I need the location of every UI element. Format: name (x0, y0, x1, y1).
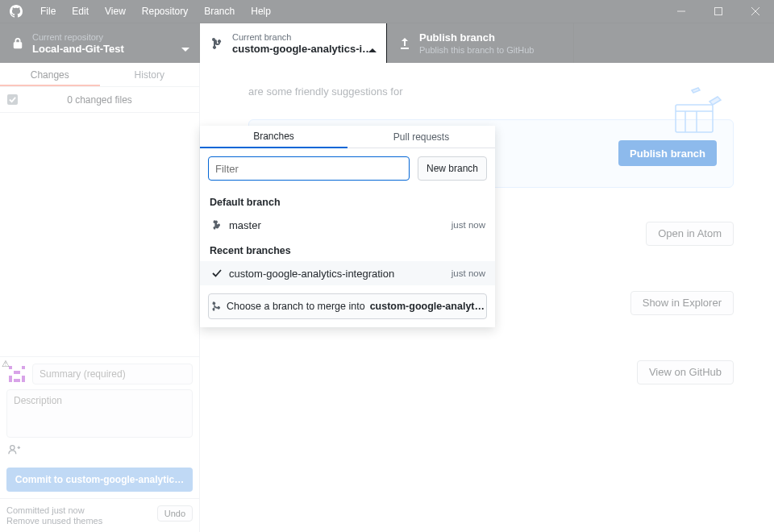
merge-prefix: Choose a branch to merge into (227, 301, 365, 312)
lock-icon (11, 38, 24, 49)
menu-file[interactable]: File (32, 0, 64, 23)
menu-branch[interactable]: Branch (196, 0, 243, 23)
repo-name: Local-and-Git-Test (32, 43, 124, 56)
add-coauthor-icon[interactable] (6, 443, 193, 463)
commit-form: ⚠ Commit to custom-google-analytic… (0, 356, 199, 498)
view-on-github-button[interactable]: View on GitHub (637, 360, 734, 384)
menu-repository[interactable]: Repository (134, 0, 196, 23)
branch-time: just now (452, 220, 485, 230)
warning-icon: ⚠ (2, 359, 10, 369)
chevron-down-icon (181, 41, 189, 56)
branch-selector[interactable]: Current branch custom-google-analytics-i… (200, 23, 387, 63)
window-minimize-button[interactable] (663, 0, 700, 23)
popover-tab-branches[interactable]: Branches (200, 126, 347, 148)
repo-label: Current repository (32, 31, 124, 43)
avatar: ⚠ (6, 364, 27, 384)
recent-branches-label: Recent branches (200, 237, 495, 261)
menu-help[interactable]: Help (243, 0, 279, 23)
tab-history[interactable]: History (100, 63, 200, 86)
changed-files-bar: 0 changed files (0, 87, 199, 113)
git-branch-icon (211, 37, 224, 50)
hint-text: are some friendly suggestions for (248, 84, 734, 100)
menu-edit[interactable]: Edit (64, 0, 97, 23)
empty-state-illustration (669, 79, 742, 147)
merge-target: custom-google-analyt… (370, 301, 485, 312)
changed-files-count: 0 changed files (24, 94, 199, 106)
commit-button[interactable]: Commit to custom-google-analytic… (6, 468, 193, 492)
select-all-checkbox[interactable] (0, 94, 24, 105)
branch-popover: Branches Pull requests New branch Defaul… (200, 126, 495, 327)
repo-selector[interactable]: Current repository Local-and-Git-Test (0, 23, 200, 63)
branch-name: custom-google-analytics-i… (232, 43, 372, 56)
git-branch-icon (210, 219, 224, 231)
open-in-atom-button[interactable]: Open in Atom (646, 222, 734, 246)
svg-rect-14 (676, 105, 713, 132)
sidebar: Changes History 0 changed files ⚠ (0, 63, 200, 532)
check-icon (210, 268, 224, 278)
publish-title: Publish branch (419, 31, 534, 44)
toolbar: Current repository Local-and-Git-Test Cu… (0, 23, 774, 63)
publish-subtitle: Publish this branch to GitHub (419, 44, 534, 56)
window-maximize-button[interactable] (700, 0, 737, 23)
tab-changes[interactable]: Changes (0, 63, 100, 86)
popover-tab-pulls[interactable]: Pull requests (347, 126, 495, 148)
branch-row-current[interactable]: custom-google-analytics-integration just… (200, 261, 495, 285)
chevron-up-icon (368, 41, 377, 56)
upload-icon (398, 37, 411, 50)
svg-rect-1 (715, 8, 722, 15)
commit-description-input[interactable] (6, 389, 193, 438)
svg-rect-6 (22, 366, 25, 369)
undo-timestamp: Committed just now (6, 505, 102, 515)
branch-time: just now (452, 268, 485, 278)
github-logo-icon (8, 3, 24, 19)
git-merge-icon (210, 301, 222, 312)
default-branch-label: Default branch (200, 189, 495, 213)
svg-point-11 (10, 446, 15, 450)
branch-row-master[interactable]: master just now (200, 213, 495, 237)
svg-rect-7 (14, 371, 20, 374)
branch-label: Current branch (232, 31, 372, 43)
branch-name: master (229, 219, 261, 231)
merge-into-button[interactable]: Choose a branch to merge into custom-goo… (208, 293, 487, 319)
branch-filter-input[interactable] (208, 156, 410, 181)
menu-view[interactable]: View (97, 0, 134, 23)
undo-button[interactable]: Undo (157, 505, 193, 522)
svg-rect-9 (22, 376, 25, 382)
undo-bar: Committed just now Remove unused themes … (0, 498, 199, 532)
show-in-explorer-button[interactable]: Show in Explorer (630, 291, 734, 315)
publish-branch-toolbar[interactable]: Publish branch Publish this branch to Gi… (387, 23, 574, 63)
branch-name: custom-google-analytics-integration (229, 268, 394, 280)
menubar: File Edit View Repository Branch Help (0, 0, 774, 23)
commit-summary-input[interactable] (32, 364, 193, 384)
svg-rect-8 (9, 376, 12, 382)
svg-rect-10 (14, 379, 20, 382)
undo-message: Remove unused themes (6, 516, 102, 526)
new-branch-button[interactable]: New branch (418, 156, 487, 181)
window-close-button[interactable] (737, 0, 774, 23)
